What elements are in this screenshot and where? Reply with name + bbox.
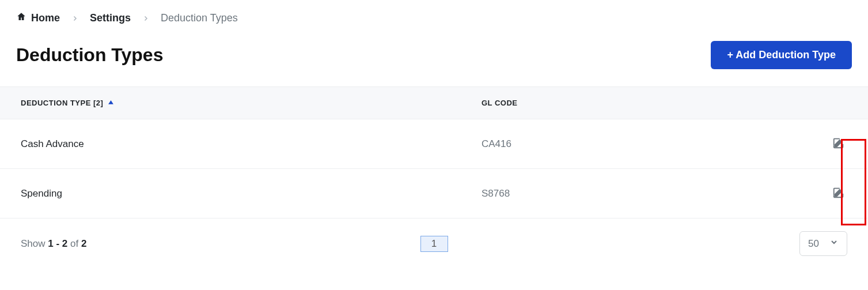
chevron-right-icon [142, 15, 149, 22]
add-deduction-type-button[interactable]: + Add Deduction Type [711, 41, 852, 69]
pagination: Show 1 - 2 of 2 1 50 [0, 219, 868, 261]
breadcrumb-settings-label: Settings [90, 12, 131, 24]
breadcrumb-home-label: Home [31, 12, 60, 24]
pagination-of: of [67, 238, 81, 249]
column-header-code-label: GL CODE [482, 99, 518, 107]
pagination-show-prefix: Show [21, 238, 48, 249]
page-size-select[interactable]: 50 [799, 231, 847, 256]
breadcrumb-home[interactable]: Home [16, 12, 60, 25]
table-header-row: DEDUCTION TYPE [2] GL CODE [0, 86, 868, 119]
column-header-name-label: DEDUCTION TYPE [2] [21, 99, 103, 107]
cell-name: Spending [21, 188, 482, 199]
table-row: Cash Advance CA416 [0, 119, 868, 169]
pagination-pages: 1 [420, 236, 448, 252]
pagination-range: 1 - 2 [48, 238, 67, 249]
page-title: Deduction Types [16, 44, 163, 66]
breadcrumb: Home Settings Deduction Types [16, 12, 852, 25]
cell-code: S8768 [482, 188, 801, 199]
chevron-down-icon [829, 238, 839, 250]
breadcrumb-settings[interactable]: Settings [90, 12, 131, 24]
edit-row-button[interactable] [830, 134, 847, 153]
edit-icon [832, 186, 845, 201]
page-header: Deduction Types + Add Deduction Type [16, 41, 852, 69]
breadcrumb-current: Deduction Types [161, 12, 238, 24]
chevron-right-icon [71, 15, 78, 22]
column-header-code[interactable]: GL CODE [482, 99, 801, 107]
add-button-label: + Add Deduction Type [727, 49, 836, 61]
cell-code: CA416 [482, 138, 801, 150]
table-row: Spending S8768 [0, 169, 868, 219]
edit-icon [832, 137, 845, 151]
breadcrumb-current-label: Deduction Types [161, 12, 238, 24]
edit-row-button[interactable] [830, 184, 847, 203]
cell-name: Cash Advance [21, 138, 482, 150]
pagination-summary: Show 1 - 2 of 2 [21, 238, 86, 250]
deduction-types-table: DEDUCTION TYPE [2] GL CODE Cash Advance … [0, 86, 868, 261]
page-size-value: 50 [808, 238, 819, 250]
sort-asc-icon [108, 100, 114, 106]
page-number-current[interactable]: 1 [420, 236, 448, 252]
home-icon [16, 12, 26, 25]
pagination-total: 2 [81, 238, 86, 249]
column-header-name[interactable]: DEDUCTION TYPE [2] [21, 99, 482, 107]
